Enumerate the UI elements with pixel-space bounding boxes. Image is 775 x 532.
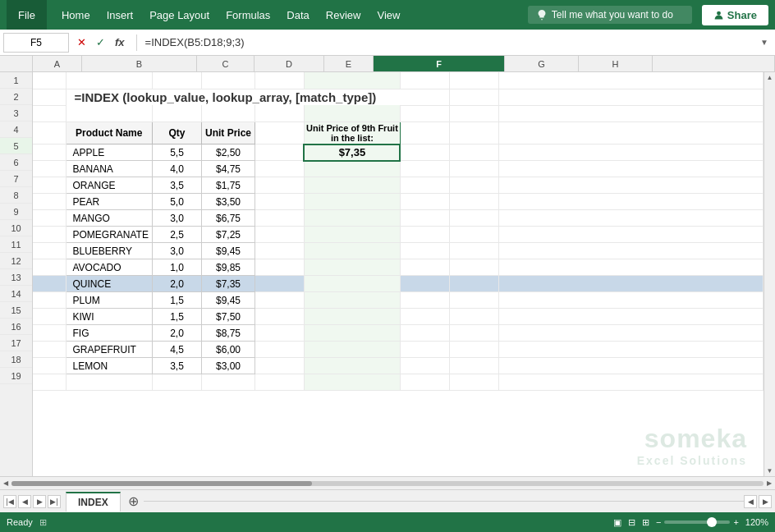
cell-f11[interactable]: [304, 243, 400, 259]
cell-e17[interactable]: [255, 342, 304, 358]
cell-f3[interactable]: [304, 105, 400, 122]
share-button[interactable]: Share: [702, 5, 768, 25]
formula-expand-icon[interactable]: ▼: [757, 36, 772, 48]
cell-d18[interactable]: $3,00: [201, 358, 255, 374]
normal-view-icon[interactable]: ▣: [613, 517, 621, 528]
cell-e6[interactable]: [255, 161, 304, 177]
cell-b19[interactable]: [66, 374, 152, 391]
zoom-control[interactable]: − +: [656, 517, 739, 527]
view-menu[interactable]: View: [369, 0, 408, 30]
cell-f4[interactable]: Unit Price of 9th Fruit in the list:: [304, 122, 400, 144]
cell-g11[interactable]: [400, 243, 449, 259]
cell-e15[interactable]: [255, 309, 304, 325]
review-menu[interactable]: Review: [318, 0, 369, 30]
scroll-up-button[interactable]: ▲: [767, 74, 773, 81]
row-18[interactable]: 18: [0, 351, 32, 368]
cell-d14[interactable]: $9,45: [201, 292, 255, 309]
cell-g1[interactable]: [400, 72, 449, 89]
cell-a6[interactable]: [33, 161, 66, 177]
cell-c19[interactable]: [152, 374, 201, 391]
prev-sheet-button[interactable]: ◀: [18, 495, 31, 508]
zoom-track[interactable]: [664, 521, 730, 524]
cell-d7[interactable]: $1,75: [201, 177, 255, 194]
cell-g3[interactable]: [400, 105, 449, 122]
cell-h11[interactable]: [449, 243, 498, 259]
cell-a2[interactable]: [33, 89, 66, 105]
cell-a10[interactable]: [33, 227, 66, 243]
confirm-icon[interactable]: ✓: [93, 34, 108, 50]
home-menu[interactable]: Home: [53, 0, 99, 30]
cell-g18[interactable]: [400, 358, 449, 374]
col-header-f[interactable]: F: [374, 56, 505, 71]
cell-g12[interactable]: [400, 259, 449, 276]
cell-a1[interactable]: [33, 72, 66, 89]
cell-a7[interactable]: [33, 177, 66, 194]
cell-h18[interactable]: [449, 358, 498, 374]
cell-e14[interactable]: [255, 292, 304, 309]
cell-f13[interactable]: [304, 276, 400, 292]
cell-c16[interactable]: 2,0: [152, 325, 201, 342]
cell-a4[interactable]: [33, 122, 66, 144]
col-header-d[interactable]: D: [255, 56, 324, 71]
cell-a16[interactable]: [33, 325, 66, 342]
page-layout-menu[interactable]: Page Layout: [141, 0, 218, 30]
cell-f14[interactable]: [304, 292, 400, 309]
cell-d5[interactable]: $2,50: [201, 144, 255, 161]
cell-g10[interactable]: [400, 227, 449, 243]
cell-b18[interactable]: LEMON: [66, 358, 152, 374]
cell-reference-box[interactable]: F5: [3, 33, 69, 53]
cell-a11[interactable]: [33, 243, 66, 259]
cell-g15[interactable]: [400, 309, 449, 325]
h-scroll-thumb[interactable]: [11, 481, 312, 486]
row-1[interactable]: 1: [0, 72, 32, 89]
cell-c15[interactable]: 1,5: [152, 309, 201, 325]
cell-e13[interactable]: [255, 276, 304, 292]
cell-a17[interactable]: [33, 342, 66, 358]
cell-f10[interactable]: [304, 227, 400, 243]
row-13[interactable]: 13: [0, 269, 32, 286]
cell-g6[interactable]: [400, 161, 449, 177]
cancel-icon[interactable]: ✕: [74, 34, 89, 50]
cell-e4[interactable]: [255, 122, 304, 144]
sheet-scroll-right[interactable]: ▶: [759, 495, 772, 508]
cell-g9[interactable]: [400, 210, 449, 227]
row-9[interactable]: 9: [0, 204, 32, 220]
cell-c10[interactable]: 2,5: [152, 227, 201, 243]
cell-f1[interactable]: [304, 72, 400, 89]
cell-f5-result[interactable]: $7,35: [304, 144, 400, 161]
cell-d9[interactable]: $6,75: [201, 210, 255, 227]
formula-input[interactable]: =INDEX(B5:D18;9;3): [140, 34, 758, 50]
cell-d16[interactable]: $8,75: [201, 325, 255, 342]
header-qty[interactable]: Qty: [152, 122, 201, 144]
cell-g2[interactable]: [400, 89, 449, 105]
cell-e19[interactable]: [255, 374, 304, 391]
zoom-in-button[interactable]: +: [733, 517, 738, 527]
cell-a18[interactable]: [33, 358, 66, 374]
cell-b13[interactable]: QUINCE: [66, 276, 152, 292]
row-5[interactable]: 5: [0, 138, 32, 154]
cell-a15[interactable]: [33, 309, 66, 325]
cell-b9[interactable]: MANGO: [66, 210, 152, 227]
cell-c6[interactable]: 4,0: [152, 161, 201, 177]
cell-h2[interactable]: [449, 89, 498, 105]
cell-a9[interactable]: [33, 210, 66, 227]
cell-a12[interactable]: [33, 259, 66, 276]
cell-h5[interactable]: [449, 144, 498, 161]
scroll-down-button[interactable]: ▼: [767, 467, 773, 475]
row-12[interactable]: 12: [0, 253, 32, 269]
col-header-g[interactable]: G: [505, 56, 579, 71]
cell-h17[interactable]: [449, 342, 498, 358]
cell-b17[interactable]: GRAPEFRUIT: [66, 342, 152, 358]
cell-a5[interactable]: [33, 144, 66, 161]
next-sheet-button[interactable]: ▶: [33, 495, 46, 508]
insert-menu[interactable]: Insert: [99, 0, 142, 30]
cell-h10[interactable]: [449, 227, 498, 243]
row-2[interactable]: 2: [0, 89, 32, 105]
cell-c8[interactable]: 5,0: [152, 194, 201, 210]
cell-b8[interactable]: PEAR: [66, 194, 152, 210]
cell-c13[interactable]: 2,0: [152, 276, 201, 292]
cell-f7[interactable]: [304, 177, 400, 194]
cell-d10[interactable]: $7,25: [201, 227, 255, 243]
cell-a8[interactable]: [33, 194, 66, 210]
cell-e10[interactable]: [255, 227, 304, 243]
